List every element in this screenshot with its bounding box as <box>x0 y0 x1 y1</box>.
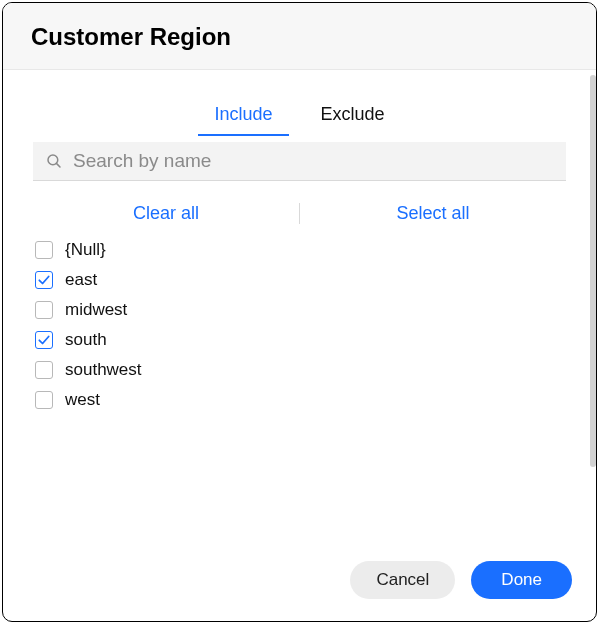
option-label: west <box>65 390 100 410</box>
option-label: southwest <box>65 360 142 380</box>
option-row: southwest <box>35 360 566 380</box>
dialog-title: Customer Region <box>31 23 568 51</box>
option-checkbox[interactable] <box>35 271 53 289</box>
option-checkbox[interactable] <box>35 301 53 319</box>
dialog-header: Customer Region <box>3 3 596 70</box>
dialog-body: Include Exclude Clear all Select all {Nu… <box>3 70 596 547</box>
tab-include[interactable]: Include <box>210 98 276 135</box>
option-checkbox[interactable] <box>35 361 53 379</box>
cancel-button[interactable]: Cancel <box>350 561 455 599</box>
select-all-button[interactable]: Select all <box>396 203 469 224</box>
bulk-actions: Clear all Select all <box>33 203 566 224</box>
filter-dialog: Customer Region Include Exclude Clear al… <box>2 2 597 622</box>
option-row: south <box>35 330 566 350</box>
option-checkbox[interactable] <box>35 391 53 409</box>
option-label: east <box>65 270 97 290</box>
tab-bar: Include Exclude <box>33 98 566 136</box>
svg-line-1 <box>56 163 60 167</box>
option-checkbox[interactable] <box>35 241 53 259</box>
option-row: west <box>35 390 566 410</box>
search-icon <box>45 152 63 170</box>
option-row: east <box>35 270 566 290</box>
option-row: {Null} <box>35 240 566 260</box>
dialog-footer: Cancel Done <box>3 547 596 621</box>
done-button[interactable]: Done <box>471 561 572 599</box>
tab-exclude[interactable]: Exclude <box>317 98 389 135</box>
search-field[interactable] <box>33 142 566 181</box>
option-row: midwest <box>35 300 566 320</box>
option-checkbox[interactable] <box>35 331 53 349</box>
clear-all-button[interactable]: Clear all <box>133 203 199 224</box>
search-input[interactable] <box>73 150 554 172</box>
option-label: midwest <box>65 300 127 320</box>
options-list: {Null}eastmidwestsouthsouthwestwest <box>33 240 566 410</box>
option-label: south <box>65 330 107 350</box>
option-label: {Null} <box>65 240 106 260</box>
